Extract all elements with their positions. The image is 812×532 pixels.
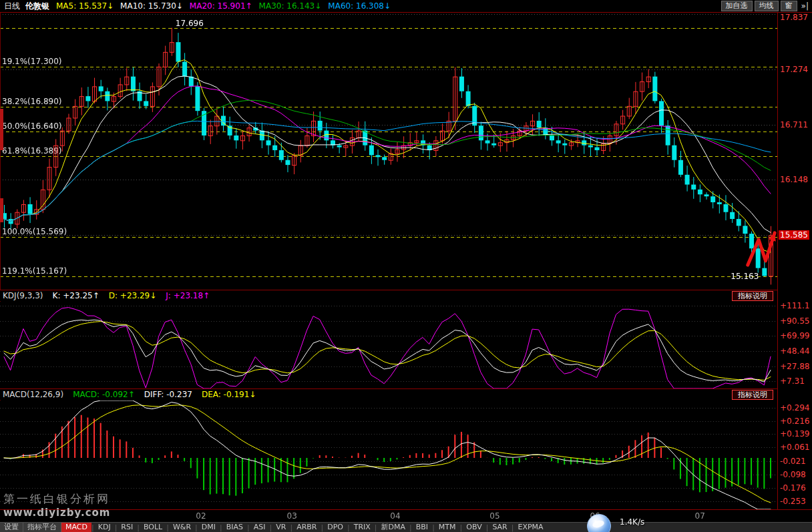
indicator-tab-DPO[interactable]: DPO: [323, 523, 347, 532]
indicator-value-label: D: +23.29↓: [109, 291, 157, 300]
indicator-tab-新DMA[interactable]: 新DMA: [377, 523, 410, 532]
indicator-tab-TRIX[interactable]: TRIX: [350, 523, 375, 532]
ma-values-group: MA5: 15.537↓MA10: 15.730↓MA20: 15.901↑MA…: [49, 1, 391, 11]
axis-price-label: 17.274: [780, 65, 808, 74]
trading-terminal-window: 日线 伦敦银 MA5: 15.537↓MA10: 15.730↓MA20: 15…: [0, 0, 812, 532]
axis-price-label: 16.148: [780, 175, 808, 184]
network-speed-label: 1.4K/s: [620, 517, 644, 527]
macd-header: MACD(12,26,9) MACD: -0.092↑DIFF: -0.237D…: [0, 389, 777, 400]
indicator-tab-RSI[interactable]: RSI: [117, 523, 137, 532]
symbol-name: 伦敦银: [25, 1, 49, 12]
indicator-tab-DMI[interactable]: DMI: [198, 523, 220, 532]
macd-title: MACD(12,26,9): [3, 390, 63, 399]
indicator-tab-MACD[interactable]: MACD: [61, 523, 91, 532]
current-price-tag: 15.585: [779, 230, 809, 240]
ma-value-label: MA5: 15.537↓: [56, 1, 114, 11]
candlestick-chart-canvas[interactable]: [0, 13, 777, 290]
indicator-tab-BIAS[interactable]: BIAS: [222, 523, 247, 532]
indicator-tab-EXPMA[interactable]: EXPMA: [514, 523, 547, 532]
toolbar-button-均线[interactable]: 均线: [755, 1, 779, 11]
top-toolbar: 日线 伦敦银 MA5: 15.537↓MA10: 15.730↓MA20: 15…: [0, 0, 812, 13]
indicator-tab-BBI[interactable]: BBI: [412, 523, 432, 532]
right-price-axis: 17.83717.27416.71116.14815.585+111.1+90.…: [777, 13, 812, 509]
left-edge-marker: [0, 198, 3, 222]
indicator-tab-VR[interactable]: VR: [272, 523, 290, 532]
toolbar-button-窗[interactable]: 窗: [781, 1, 797, 11]
axis-price-label: -0.098: [780, 470, 806, 479]
axis-price-label: 16.711: [780, 120, 808, 129]
axis-price-label: -0.253: [780, 497, 806, 506]
indicator-value-label: K: +23.25↑: [53, 291, 99, 300]
macd-chart-canvas[interactable]: [0, 401, 777, 509]
axis-price-label: 17.837: [780, 13, 808, 22]
left-edge-marker: [0, 109, 3, 150]
x-axis-months: 020304050607: [0, 510, 777, 522]
indicator-tab-SAR[interactable]: SAR: [488, 523, 511, 532]
axis-price-label: +0.216: [780, 417, 809, 426]
axis-price-label: +90.55: [780, 316, 809, 326]
indicator-tab-W&R[interactable]: W&R: [169, 523, 195, 532]
axis-price-label: +69.99: [780, 331, 809, 340]
indicator-value-label: DIFF: -0.237: [144, 390, 192, 399]
axis-price-label: +0.061: [780, 443, 809, 452]
x-axis-month-label: 03: [287, 511, 297, 521]
toolbar-button-加自选[interactable]: 加自选: [721, 1, 753, 11]
indicator-tab-BOLL[interactable]: BOLL: [140, 523, 166, 532]
x-axis-month-label: 07: [695, 511, 705, 521]
bottom-tab-指标平台[interactable]: 指标平台: [23, 523, 61, 532]
ma-value-label: MA30: 16.143↓: [259, 1, 322, 11]
axis-price-label: +27.88: [780, 362, 809, 371]
axis-price-label: +0.294: [780, 403, 809, 413]
x-axis-month-label: 02: [196, 511, 206, 521]
axis-price-label: +7.31: [780, 376, 805, 386]
ma-value-label: MA10: 15.730↓: [120, 1, 183, 11]
collapse-panel-icon[interactable]: »|: [799, 1, 811, 11]
period-selector[interactable]: 日线: [4, 1, 20, 12]
kdj-help-button[interactable]: 指标说明: [732, 291, 773, 301]
indicator-value-label: DEA: -0.191↓: [202, 390, 256, 399]
speed-ball-icon: [592, 519, 605, 529]
indicator-tab-bar: 设置指标平台MACD|KDJ|RSI|BOLL|W&R|DMI|BIAS|ASI…: [0, 522, 812, 532]
indicator-tab-MTM[interactable]: MTM: [435, 523, 460, 532]
axis-price-label: +48.44: [780, 346, 809, 356]
kdj-values-group: K: +23.25↑D: +23.29↓J: +23.18↑: [43, 291, 210, 300]
macd-help-button[interactable]: 指标说明: [732, 390, 773, 400]
indicator-value-label: MACD: -0.092↑: [73, 390, 135, 399]
axis-price-label: -0.021: [780, 457, 806, 466]
indicator-value-label: J: +23.18↑: [166, 291, 210, 300]
indicator-tab-ARBR[interactable]: ARBR: [292, 523, 321, 532]
ma-value-label: MA60: 16.308↓: [328, 1, 391, 11]
kdj-title: KDJ(9,3,3): [3, 291, 43, 300]
x-axis-month-label: 04: [390, 511, 400, 521]
ma-value-label: MA20: 15.901↑: [190, 1, 252, 11]
axis-price-label: +0.139: [780, 429, 809, 439]
macd-values-group: MACD: -0.092↑DIFF: -0.237DEA: -0.191↓: [63, 390, 256, 399]
toolbar-actions: 加自选均线窗»|: [721, 1, 811, 11]
indicator-tab-ASI[interactable]: ASI: [250, 523, 270, 532]
axis-price-label: +111.1: [780, 301, 809, 310]
bottom-tab-设置[interactable]: 设置: [0, 523, 23, 532]
indicator-tab-OBV[interactable]: OBV: [462, 523, 485, 532]
axis-price-label: -0.176: [780, 483, 806, 493]
kdj-header: KDJ(9,3,3) K: +23.25↑D: +23.29↓J: +23.18…: [0, 290, 777, 301]
indicator-tab-KDJ[interactable]: KDJ: [94, 523, 115, 532]
x-axis-month-label: 05: [489, 511, 499, 521]
kdj-chart-canvas[interactable]: [0, 302, 777, 388]
